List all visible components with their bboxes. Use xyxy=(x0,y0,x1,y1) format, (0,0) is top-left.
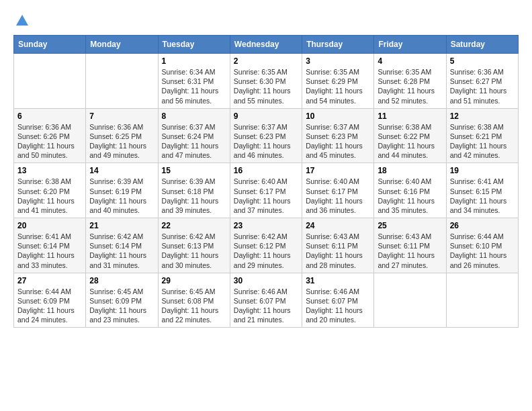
calendar-cell: 5Sunrise: 6:36 AMSunset: 6:27 PMDaylight… xyxy=(446,54,518,109)
day-header-thursday: Thursday xyxy=(302,36,374,54)
calendar-cell: 12Sunrise: 6:38 AMSunset: 6:21 PMDayligh… xyxy=(446,108,518,163)
calendar-cell xyxy=(14,54,86,109)
day-number: 10 xyxy=(306,111,370,121)
day-number: 7 xyxy=(89,111,154,121)
day-detail: Sunrise: 6:35 AMSunset: 6:29 PMDaylight:… xyxy=(306,67,370,105)
day-detail: Sunrise: 6:40 AMSunset: 6:16 PMDaylight:… xyxy=(378,177,442,215)
day-detail: Sunrise: 6:40 AMSunset: 6:17 PMDaylight:… xyxy=(234,177,298,215)
day-detail: Sunrise: 6:36 AMSunset: 6:27 PMDaylight:… xyxy=(450,67,515,105)
day-number: 4 xyxy=(378,56,442,66)
calendar-cell: 10Sunrise: 6:37 AMSunset: 6:23 PMDayligh… xyxy=(302,108,374,163)
day-number: 18 xyxy=(378,166,442,175)
day-header-wednesday: Wednesday xyxy=(230,36,302,54)
calendar-week-row: 27Sunrise: 6:44 AMSunset: 6:09 PMDayligh… xyxy=(14,273,519,328)
logo-text xyxy=(13,13,30,28)
day-detail: Sunrise: 6:39 AMSunset: 6:19 PMDaylight:… xyxy=(89,177,154,215)
page-header xyxy=(13,13,519,28)
day-detail: Sunrise: 6:38 AMSunset: 6:21 PMDaylight:… xyxy=(450,122,515,161)
day-detail: Sunrise: 6:46 AMSunset: 6:07 PMDaylight:… xyxy=(234,287,298,325)
day-number: 28 xyxy=(89,276,154,285)
calendar-cell xyxy=(86,54,158,109)
day-number: 31 xyxy=(306,276,370,285)
calendar-cell: 9Sunrise: 6:37 AMSunset: 6:23 PMDaylight… xyxy=(230,108,302,163)
day-detail: Sunrise: 6:42 AMSunset: 6:13 PMDaylight:… xyxy=(162,232,226,270)
logo xyxy=(13,13,30,28)
calendar-cell: 21Sunrise: 6:42 AMSunset: 6:14 PMDayligh… xyxy=(86,218,158,273)
day-detail: Sunrise: 6:36 AMSunset: 6:25 PMDaylight:… xyxy=(89,122,154,161)
calendar-cell: 27Sunrise: 6:44 AMSunset: 6:09 PMDayligh… xyxy=(14,273,86,328)
day-header-tuesday: Tuesday xyxy=(158,36,230,54)
calendar-cell: 3Sunrise: 6:35 AMSunset: 6:29 PMDaylight… xyxy=(302,54,374,109)
day-header-sunday: Sunday xyxy=(14,36,86,54)
day-number: 25 xyxy=(378,221,442,230)
day-number: 21 xyxy=(89,221,154,230)
calendar-cell: 15Sunrise: 6:39 AMSunset: 6:18 PMDayligh… xyxy=(158,163,230,218)
day-number: 23 xyxy=(234,221,298,230)
day-number: 17 xyxy=(306,166,370,175)
calendar-cell: 7Sunrise: 6:36 AMSunset: 6:25 PMDaylight… xyxy=(86,108,158,163)
svg-marker-0 xyxy=(16,15,28,26)
day-detail: Sunrise: 6:38 AMSunset: 6:22 PMDaylight:… xyxy=(378,122,442,161)
calendar-cell: 29Sunrise: 6:45 AMSunset: 6:08 PMDayligh… xyxy=(158,273,230,328)
day-number: 30 xyxy=(234,276,298,285)
calendar-cell: 17Sunrise: 6:40 AMSunset: 6:17 PMDayligh… xyxy=(302,163,374,218)
logo-icon xyxy=(15,13,30,28)
calendar-cell: 2Sunrise: 6:35 AMSunset: 6:30 PMDaylight… xyxy=(230,54,302,109)
day-detail: Sunrise: 6:43 AMSunset: 6:11 PMDaylight:… xyxy=(378,232,442,270)
day-number: 6 xyxy=(17,111,82,121)
day-detail: Sunrise: 6:37 AMSunset: 6:23 PMDaylight:… xyxy=(234,122,298,161)
day-number: 11 xyxy=(378,111,442,121)
calendar-cell: 20Sunrise: 6:41 AMSunset: 6:14 PMDayligh… xyxy=(14,218,86,273)
day-detail: Sunrise: 6:46 AMSunset: 6:07 PMDaylight:… xyxy=(306,287,370,325)
calendar-cell: 23Sunrise: 6:42 AMSunset: 6:12 PMDayligh… xyxy=(230,218,302,273)
day-number: 27 xyxy=(17,276,82,285)
day-header-monday: Monday xyxy=(86,36,158,54)
day-detail: Sunrise: 6:36 AMSunset: 6:26 PMDaylight:… xyxy=(17,122,82,161)
day-detail: Sunrise: 6:34 AMSunset: 6:31 PMDaylight:… xyxy=(162,67,226,105)
calendar-cell: 16Sunrise: 6:40 AMSunset: 6:17 PMDayligh… xyxy=(230,163,302,218)
day-number: 12 xyxy=(450,111,515,121)
calendar-cell: 19Sunrise: 6:41 AMSunset: 6:15 PMDayligh… xyxy=(446,163,518,218)
calendar-header-row: SundayMondayTuesdayWednesdayThursdayFrid… xyxy=(14,36,519,54)
calendar-cell: 26Sunrise: 6:44 AMSunset: 6:10 PMDayligh… xyxy=(446,218,518,273)
day-detail: Sunrise: 6:35 AMSunset: 6:30 PMDaylight:… xyxy=(234,67,298,105)
calendar-table: SundayMondayTuesdayWednesdayThursdayFrid… xyxy=(13,35,519,328)
day-detail: Sunrise: 6:38 AMSunset: 6:20 PMDaylight:… xyxy=(17,177,82,215)
calendar-cell: 31Sunrise: 6:46 AMSunset: 6:07 PMDayligh… xyxy=(302,273,374,328)
day-number: 13 xyxy=(17,166,82,175)
day-number: 3 xyxy=(306,56,370,66)
day-number: 22 xyxy=(162,221,226,230)
day-number: 2 xyxy=(234,56,298,66)
calendar-week-row: 20Sunrise: 6:41 AMSunset: 6:14 PMDayligh… xyxy=(14,218,519,273)
day-detail: Sunrise: 6:41 AMSunset: 6:15 PMDaylight:… xyxy=(450,177,515,215)
calendar-cell: 28Sunrise: 6:45 AMSunset: 6:09 PMDayligh… xyxy=(86,273,158,328)
day-number: 9 xyxy=(234,111,298,121)
day-number: 29 xyxy=(162,276,226,285)
calendar-cell: 25Sunrise: 6:43 AMSunset: 6:11 PMDayligh… xyxy=(374,218,446,273)
day-detail: Sunrise: 6:41 AMSunset: 6:14 PMDaylight:… xyxy=(17,232,82,270)
calendar-cell: 18Sunrise: 6:40 AMSunset: 6:16 PMDayligh… xyxy=(374,163,446,218)
day-number: 8 xyxy=(162,111,226,121)
calendar-cell: 22Sunrise: 6:42 AMSunset: 6:13 PMDayligh… xyxy=(158,218,230,273)
calendar-cell: 1Sunrise: 6:34 AMSunset: 6:31 PMDaylight… xyxy=(158,54,230,109)
day-detail: Sunrise: 6:42 AMSunset: 6:12 PMDaylight:… xyxy=(234,232,298,270)
calendar-cell: 8Sunrise: 6:37 AMSunset: 6:24 PMDaylight… xyxy=(158,108,230,163)
day-detail: Sunrise: 6:37 AMSunset: 6:23 PMDaylight:… xyxy=(306,122,370,161)
calendar-cell xyxy=(446,273,518,328)
calendar-cell: 6Sunrise: 6:36 AMSunset: 6:26 PMDaylight… xyxy=(14,108,86,163)
day-header-friday: Friday xyxy=(374,36,446,54)
calendar-week-row: 1Sunrise: 6:34 AMSunset: 6:31 PMDaylight… xyxy=(14,54,519,109)
day-detail: Sunrise: 6:44 AMSunset: 6:09 PMDaylight:… xyxy=(17,287,82,325)
calendar-week-row: 13Sunrise: 6:38 AMSunset: 6:20 PMDayligh… xyxy=(14,163,519,218)
calendar-cell: 14Sunrise: 6:39 AMSunset: 6:19 PMDayligh… xyxy=(86,163,158,218)
day-number: 20 xyxy=(17,221,82,230)
day-number: 15 xyxy=(162,166,226,175)
day-number: 19 xyxy=(450,166,515,175)
day-number: 1 xyxy=(162,56,226,66)
calendar-cell: 24Sunrise: 6:43 AMSunset: 6:11 PMDayligh… xyxy=(302,218,374,273)
calendar-cell xyxy=(374,273,446,328)
day-detail: Sunrise: 6:35 AMSunset: 6:28 PMDaylight:… xyxy=(378,67,442,105)
day-number: 14 xyxy=(89,166,154,175)
day-header-saturday: Saturday xyxy=(446,36,518,54)
day-detail: Sunrise: 6:45 AMSunset: 6:09 PMDaylight:… xyxy=(89,287,154,325)
